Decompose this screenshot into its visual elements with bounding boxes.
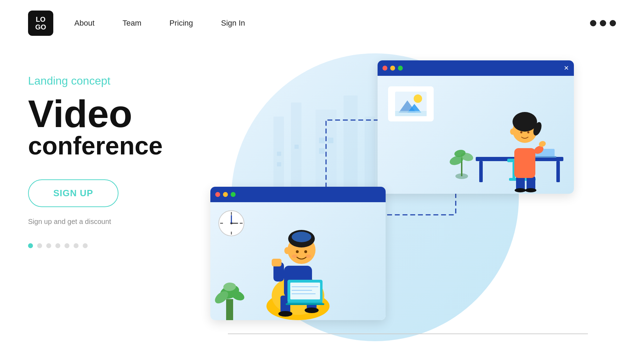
woman-illustration [448, 92, 570, 194]
svg-point-39 [513, 112, 537, 132]
svg-point-80 [292, 254, 297, 258]
main-nav: About Team Pricing Sign In [74, 19, 245, 28]
hero-subtitle: Landing concept [28, 74, 196, 87]
svg-rect-9 [328, 138, 333, 143]
svg-rect-52 [226, 299, 233, 320]
main-content: Landing concept Video conference SIGN UP… [0, 46, 644, 344]
svg-point-81 [306, 254, 311, 258]
hero-title-line2: conference [28, 133, 196, 158]
man-illustration [252, 211, 351, 320]
svg-rect-5 [277, 152, 281, 156]
slide-dot-1[interactable] [28, 243, 33, 248]
header: LO GO About Team Pricing Sign In [0, 0, 644, 46]
slide-dot-5[interactable] [65, 243, 69, 248]
slide-dot-4[interactable] [55, 243, 60, 248]
svg-rect-32 [527, 176, 535, 190]
window-body-1 [378, 76, 574, 194]
bottom-divider [228, 333, 588, 334]
svg-rect-10 [319, 148, 325, 154]
logo[interactable]: LO GO [28, 11, 53, 36]
svg-rect-70 [290, 283, 320, 299]
signup-button[interactable]: SIGN UP [28, 179, 118, 207]
svg-point-62 [305, 307, 319, 313]
svg-point-76 [292, 232, 311, 242]
svg-point-79 [304, 250, 307, 253]
window-close-dot [382, 66, 387, 71]
nav-about[interactable]: About [74, 19, 95, 28]
browser-window-woman: ✕ [378, 60, 574, 194]
svg-rect-7 [294, 145, 299, 149]
window2-close-dot [215, 192, 220, 197]
browser-window-man [210, 187, 386, 320]
plant-icon-left [214, 271, 245, 320]
window-close-icon[interactable]: ✕ [564, 64, 569, 72]
nav-pricing[interactable]: Pricing [169, 19, 193, 28]
svg-rect-8 [319, 138, 325, 143]
slide-indicators [28, 243, 196, 248]
svg-point-34 [525, 188, 536, 192]
svg-point-61 [278, 311, 292, 317]
window2-minimize-dot [223, 192, 228, 197]
hero-left: Landing concept Video conference SIGN UP… [28, 53, 196, 248]
window-body-2 [210, 202, 386, 320]
window-maximize-dot [398, 66, 403, 71]
clock-icon [217, 209, 245, 237]
svg-point-33 [515, 188, 526, 192]
dot-icon [610, 20, 616, 26]
image-preview [388, 86, 434, 121]
window-titlebar-2 [210, 187, 386, 202]
slide-dot-7[interactable] [83, 243, 88, 248]
svg-rect-24 [556, 161, 560, 182]
slide-dot-3[interactable] [46, 243, 51, 248]
svg-rect-31 [516, 176, 525, 190]
slide-dot-6[interactable] [74, 243, 79, 248]
nav-signin[interactable]: Sign In [221, 19, 245, 28]
nav-team[interactable]: Team [123, 19, 142, 28]
dot-icon [600, 20, 606, 26]
mountain-image-icon [395, 92, 427, 116]
svg-rect-35 [514, 148, 535, 178]
window-minimize-dot [390, 66, 395, 71]
svg-rect-23 [479, 161, 483, 182]
svg-point-78 [296, 250, 299, 253]
three-dots-menu[interactable] [590, 20, 616, 26]
svg-point-41 [520, 131, 522, 133]
hero-illustration: ✕ [210, 53, 616, 341]
window-titlebar-1: ✕ [378, 60, 574, 76]
svg-rect-16 [395, 111, 427, 116]
slide-dot-2[interactable] [37, 243, 42, 248]
dot-icon [590, 20, 596, 26]
hero-title-line1: Video [28, 94, 196, 133]
svg-rect-69 [286, 303, 324, 305]
svg-point-42 [527, 131, 529, 133]
svg-point-77 [284, 247, 290, 254]
window2-maximize-dot [231, 192, 236, 197]
svg-point-13 [414, 94, 422, 103]
svg-point-43 [510, 128, 515, 135]
svg-rect-65 [272, 259, 282, 266]
svg-rect-6 [277, 162, 281, 166]
discount-text: Sign up and get a discount [28, 218, 196, 226]
